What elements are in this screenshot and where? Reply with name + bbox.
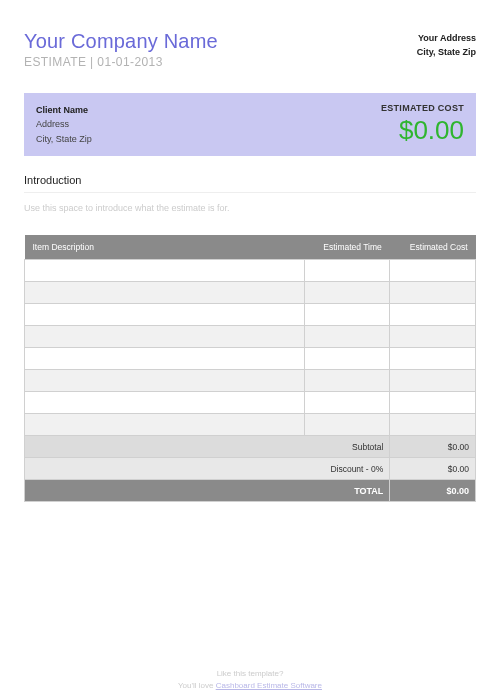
company-name: Your Company Name (24, 30, 218, 53)
footer-line2-prefix: You'll love (178, 681, 216, 690)
cell-description[interactable] (25, 370, 305, 392)
cell-time[interactable] (304, 282, 390, 304)
cell-description[interactable] (25, 304, 305, 326)
client-info: Client Name Address City, State Zip (36, 103, 92, 146)
cell-cost[interactable] (390, 282, 476, 304)
cell-description[interactable] (25, 414, 305, 436)
client-city-state-zip: City, State Zip (36, 132, 92, 146)
cell-time[interactable] (304, 348, 390, 370)
total-label: TOTAL (25, 480, 390, 502)
cell-time[interactable] (304, 304, 390, 326)
company-block: Your Company Name ESTIMATE | 01-01-2013 (24, 30, 218, 69)
col-header-estimated-cost: Estimated Cost (390, 235, 476, 260)
cell-time[interactable] (304, 326, 390, 348)
table-row (25, 304, 476, 326)
cell-cost[interactable] (390, 414, 476, 436)
introduction-placeholder: Use this space to introduce what the est… (24, 203, 476, 213)
cell-cost[interactable] (390, 392, 476, 414)
total-value: $0.00 (390, 480, 476, 502)
cell-cost[interactable] (390, 260, 476, 282)
estimate-line: ESTIMATE | 01-01-2013 (24, 55, 218, 69)
cell-cost[interactable] (390, 348, 476, 370)
cell-time[interactable] (304, 370, 390, 392)
client-box: Client Name Address City, State Zip ESTI… (24, 93, 476, 156)
table-row (25, 260, 476, 282)
table-row (25, 282, 476, 304)
subtotal-row: Subtotal $0.00 (25, 436, 476, 458)
table-row (25, 348, 476, 370)
items-table: Item Description Estimated Time Estimate… (24, 235, 476, 502)
estimate-date: 01-01-2013 (97, 55, 162, 69)
cell-time[interactable] (304, 414, 390, 436)
col-header-estimated-time: Estimated Time (304, 235, 390, 260)
table-row (25, 370, 476, 392)
footer-link[interactable]: Cashboard Estimate Software (216, 681, 322, 690)
introduction-heading: Introduction (24, 174, 476, 193)
subtotal-value: $0.00 (390, 436, 476, 458)
cell-description[interactable] (25, 348, 305, 370)
cell-cost[interactable] (390, 370, 476, 392)
cell-cost[interactable] (390, 326, 476, 348)
subtotal-label: Subtotal (25, 436, 390, 458)
your-address-line2: City, State Zip (417, 46, 476, 60)
table-header-row: Item Description Estimated Time Estimate… (25, 235, 476, 260)
table-row (25, 414, 476, 436)
cell-description[interactable] (25, 282, 305, 304)
cell-time[interactable] (304, 392, 390, 414)
client-address: Address (36, 117, 92, 131)
cell-description[interactable] (25, 392, 305, 414)
cell-description[interactable] (25, 260, 305, 282)
col-header-description: Item Description (25, 235, 305, 260)
footer: Like this template? You'll love Cashboar… (0, 668, 500, 692)
cell-description[interactable] (25, 326, 305, 348)
discount-label: Discount - 0% (25, 458, 390, 480)
discount-value: $0.00 (390, 458, 476, 480)
footer-line1: Like this template? (0, 668, 500, 680)
your-address-block: Your Address City, State Zip (417, 30, 476, 59)
estimate-label: ESTIMATE (24, 55, 86, 69)
header: Your Company Name ESTIMATE | 01-01-2013 … (24, 30, 476, 69)
estimated-cost-value: $0.00 (381, 115, 464, 146)
your-address-line1: Your Address (417, 32, 476, 46)
footer-line2: You'll love Cashboard Estimate Software (0, 680, 500, 692)
cell-cost[interactable] (390, 304, 476, 326)
discount-row: Discount - 0% $0.00 (25, 458, 476, 480)
table-row (25, 326, 476, 348)
estimated-cost-block: ESTIMATED COST $0.00 (381, 103, 464, 146)
total-row: TOTAL $0.00 (25, 480, 476, 502)
estimated-cost-label: ESTIMATED COST (381, 103, 464, 113)
cell-time[interactable] (304, 260, 390, 282)
client-name: Client Name (36, 103, 92, 117)
table-row (25, 392, 476, 414)
